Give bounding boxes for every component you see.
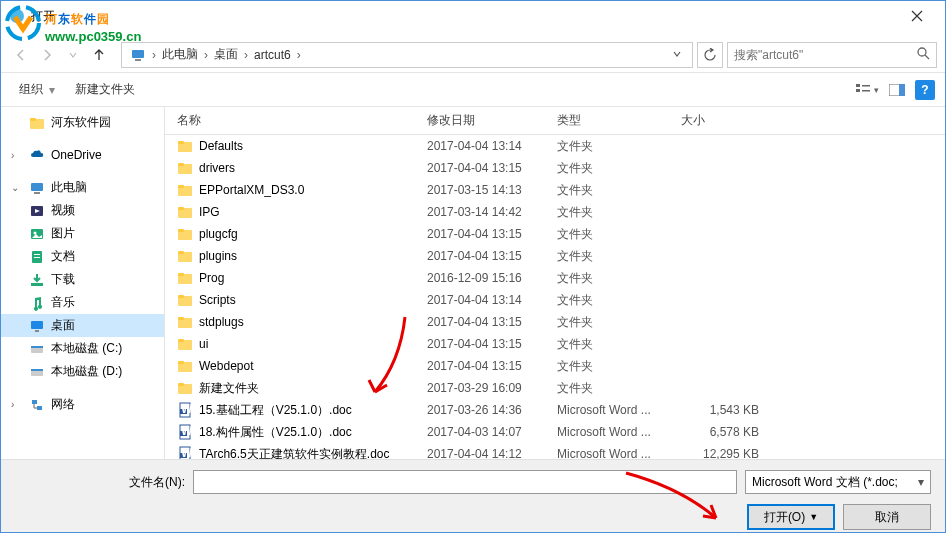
filename-label: 文件名(N): — [15, 474, 185, 491]
sidebar-item-5[interactable]: 视频 — [1, 199, 164, 222]
app-icon — [9, 8, 25, 24]
file-row[interactable]: IPG2017-03-14 14:42文件夹 — [165, 201, 945, 223]
recent-dropdown[interactable] — [61, 43, 85, 67]
sidebar-item-9[interactable]: 音乐 — [1, 291, 164, 314]
chevron-right-icon: › — [150, 48, 158, 62]
column-type[interactable]: 类型 — [557, 112, 681, 129]
svg-rect-35 — [178, 185, 184, 188]
sidebar-item-10[interactable]: 桌面 — [1, 314, 164, 337]
toolbar: 组织▾ 新建文件夹 ▾ ? — [1, 73, 945, 107]
chevron-right-icon: › — [242, 48, 250, 62]
back-button[interactable] — [9, 43, 33, 67]
svg-rect-29 — [37, 406, 42, 410]
breadcrumb-seg-1[interactable]: 桌面 — [210, 46, 242, 63]
file-list: Defaults2017-04-04 13:14文件夹drivers2017-0… — [165, 135, 945, 459]
sidebar-item-6[interactable]: 图片 — [1, 222, 164, 245]
refresh-button[interactable] — [697, 42, 723, 68]
titlebar: 打开 — [1, 1, 945, 31]
pc-icon — [130, 47, 146, 63]
svg-rect-10 — [899, 84, 905, 96]
search-icon[interactable] — [916, 46, 930, 63]
svg-rect-19 — [34, 254, 40, 255]
svg-text:W: W — [181, 424, 193, 438]
svg-point-1 — [10, 9, 24, 23]
sidebar-item-8[interactable]: 下载 — [1, 268, 164, 291]
file-row[interactable]: Webdepot2017-04-04 13:15文件夹 — [165, 355, 945, 377]
svg-rect-27 — [31, 369, 43, 371]
svg-rect-3 — [135, 59, 141, 61]
svg-rect-43 — [178, 273, 184, 276]
up-button[interactable] — [87, 43, 111, 67]
close-button[interactable] — [897, 2, 937, 30]
breadcrumb-seg-0[interactable]: 此电脑 — [158, 46, 202, 63]
sidebar-item-0[interactable]: 河东软件园 — [1, 111, 164, 134]
column-size[interactable]: 大小 — [681, 112, 761, 129]
sidebar-item-12[interactable]: 本地磁盘 (D:) — [1, 360, 164, 383]
file-row[interactable]: W18.构件属性（V25.1.0）.doc2017-04-03 14:07Mic… — [165, 421, 945, 443]
svg-rect-6 — [856, 89, 860, 92]
sidebar-item-14[interactable]: ›网络 — [1, 393, 164, 416]
file-row[interactable]: W15.基础工程（V25.1.0）.doc2017-03-26 14:36Mic… — [165, 399, 945, 421]
svg-rect-28 — [32, 400, 37, 404]
column-name[interactable]: 名称 — [173, 112, 427, 129]
file-row[interactable]: EPPortalXM_DS3.02017-03-15 14:13文件夹 — [165, 179, 945, 201]
breadcrumb[interactable]: › 此电脑 › 桌面 › artcut6 › — [121, 42, 693, 68]
svg-rect-22 — [31, 321, 43, 329]
svg-rect-12 — [30, 118, 36, 121]
chevron-right-icon: › — [295, 48, 303, 62]
svg-text:W: W — [181, 446, 193, 459]
svg-rect-31 — [178, 141, 184, 144]
sidebar-item-2[interactable]: ›OneDrive — [1, 144, 164, 166]
chevron-down-icon: ▾ — [49, 83, 55, 97]
sidebar: 河东软件园›OneDrive⌄此电脑视频图片文档下载音乐桌面本地磁盘 (C:)本… — [1, 107, 165, 459]
svg-rect-25 — [31, 346, 43, 348]
file-row[interactable]: Defaults2017-04-04 13:14文件夹 — [165, 135, 945, 157]
svg-rect-39 — [178, 229, 184, 232]
sidebar-item-7[interactable]: 文档 — [1, 245, 164, 268]
cancel-button[interactable]: 取消 — [843, 504, 931, 530]
file-row[interactable]: Prog2016-12-09 15:16文件夹 — [165, 267, 945, 289]
sidebar-item-4[interactable]: ⌄此电脑 — [1, 176, 164, 199]
new-folder-button[interactable]: 新建文件夹 — [67, 77, 143, 102]
window-title: 打开 — [31, 8, 897, 25]
view-options-button[interactable]: ▾ — [855, 79, 879, 101]
chevron-down-icon: ▼ — [809, 512, 818, 522]
refresh-icon — [703, 48, 717, 62]
svg-rect-41 — [178, 251, 184, 254]
forward-button[interactable] — [35, 43, 59, 67]
file-row[interactable]: drivers2017-04-04 13:15文件夹 — [165, 157, 945, 179]
column-date[interactable]: 修改日期 — [427, 112, 557, 129]
svg-rect-33 — [178, 163, 184, 166]
search-input[interactable] — [734, 48, 916, 62]
svg-rect-45 — [178, 295, 184, 298]
svg-rect-14 — [34, 192, 40, 194]
svg-rect-8 — [862, 90, 870, 92]
svg-rect-37 — [178, 207, 184, 210]
file-row[interactable]: 新建文件夹2017-03-29 16:09文件夹 — [165, 377, 945, 399]
chevron-down-icon: ▾ — [918, 475, 924, 489]
svg-rect-23 — [35, 330, 39, 332]
svg-rect-51 — [178, 361, 184, 364]
file-row[interactable]: WTArch6.5天正建筑软件实例教程.doc2017-04-04 14:12M… — [165, 443, 945, 459]
sidebar-item-11[interactable]: 本地磁盘 (C:) — [1, 337, 164, 360]
filename-input[interactable] — [193, 470, 737, 494]
file-row[interactable]: Scripts2017-04-04 13:14文件夹 — [165, 289, 945, 311]
file-row[interactable]: stdplugs2017-04-04 13:15文件夹 — [165, 311, 945, 333]
filetype-filter[interactable]: Microsoft Word 文档 (*.doc; ▾ — [745, 470, 931, 494]
svg-text:W: W — [181, 402, 193, 416]
open-button[interactable]: 打开(O) ▼ — [747, 504, 835, 530]
file-row[interactable]: ui2017-04-04 13:15文件夹 — [165, 333, 945, 355]
preview-pane-button[interactable] — [885, 79, 909, 101]
help-button[interactable]: ? — [915, 80, 935, 100]
svg-rect-13 — [31, 183, 43, 191]
navbar: › 此电脑 › 桌面 › artcut6 › — [1, 37, 945, 73]
search-box[interactable] — [727, 42, 937, 68]
close-icon — [911, 10, 923, 22]
organize-menu[interactable]: 组织▾ — [11, 77, 65, 102]
svg-rect-2 — [132, 50, 144, 58]
file-row[interactable]: plugcfg2017-04-04 13:15文件夹 — [165, 223, 945, 245]
chevron-right-icon: › — [202, 48, 210, 62]
breadcrumb-dropdown[interactable] — [666, 48, 688, 62]
breadcrumb-seg-2[interactable]: artcut6 — [250, 48, 295, 62]
file-row[interactable]: plugins2017-04-04 13:15文件夹 — [165, 245, 945, 267]
